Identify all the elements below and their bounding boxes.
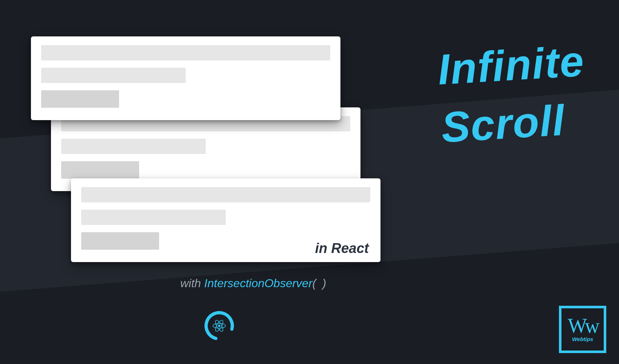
subtitle-accent: IntersectionObserver <box>204 277 312 290</box>
loading-spinner <box>203 309 236 342</box>
svg-point-1 <box>218 325 220 327</box>
webtips-logo: Ww Webtips <box>559 306 606 353</box>
webtips-logo-text: Webtips <box>572 336 593 342</box>
headline: Infinite Scroll <box>436 32 590 157</box>
subtitle-prefix: with <box>180 277 204 290</box>
headline-word-2: Scroll <box>440 90 590 157</box>
skeleton-bar <box>41 68 186 83</box>
subtitle-parens: ( ) <box>312 277 328 290</box>
react-logo-icon <box>213 319 226 332</box>
headline-word-1: Infinite <box>436 32 586 99</box>
subtitle: with IntersectionObserver( ) <box>180 277 328 290</box>
card-caption-in-react: in React <box>315 241 369 256</box>
webtips-logo-mark: Ww <box>568 317 597 335</box>
skeleton-card-3: in React <box>71 178 381 262</box>
skeleton-bar <box>61 161 139 179</box>
skeleton-bar <box>41 90 119 108</box>
skeleton-bar <box>41 45 330 60</box>
skeleton-card-1 <box>31 36 340 120</box>
skeleton-bar <box>61 139 206 154</box>
skeleton-bar <box>81 187 370 202</box>
skeleton-bar <box>81 210 226 225</box>
skeleton-bar <box>81 232 159 250</box>
